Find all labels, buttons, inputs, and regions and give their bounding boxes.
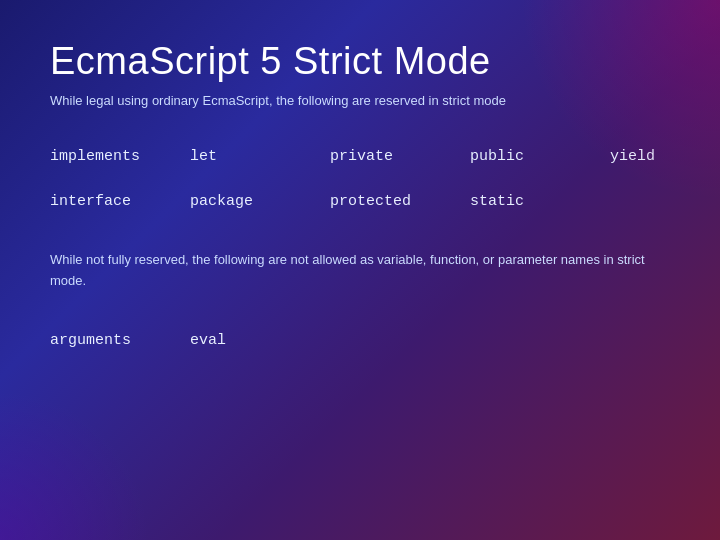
keyword-eval: eval xyxy=(190,322,330,359)
keyword-yield: yield xyxy=(610,138,710,175)
slide-title: EcmaScript 5 Strict Mode xyxy=(50,40,670,83)
keyword-static: static xyxy=(470,183,610,220)
slide-subtitle: While legal using ordinary EcmaScript, t… xyxy=(50,93,670,108)
keyword-protected: protected xyxy=(330,183,470,220)
keyword-package: package xyxy=(190,183,330,220)
keyword-private: private xyxy=(330,138,470,175)
keyword-public: public xyxy=(470,138,610,175)
section-note: While not fully reserved, the following … xyxy=(50,250,670,292)
keyword-interface: interface xyxy=(50,183,190,220)
keyword-arguments: arguments xyxy=(50,322,190,359)
corner-decoration-bl xyxy=(0,390,150,540)
keyword-let: let xyxy=(190,138,330,175)
keywords-row1: implements let private public yield xyxy=(50,138,670,175)
keywords-row2: interface package protected static xyxy=(50,183,670,220)
slide-container: EcmaScript 5 Strict Mode While legal usi… xyxy=(0,0,720,540)
keyword-implements: implements xyxy=(50,138,190,175)
keywords-row3: arguments eval xyxy=(50,322,670,359)
